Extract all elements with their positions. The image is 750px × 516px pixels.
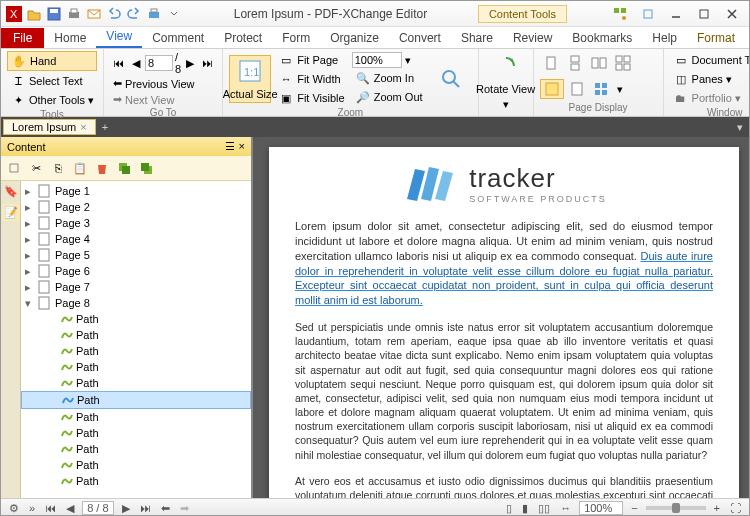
tree-toggle-icon[interactable]: ▸ <box>25 185 35 198</box>
tree-page-item[interactable]: ▸Page 1 <box>21 183 251 199</box>
delete-icon[interactable] <box>93 159 111 177</box>
panel-options-icon[interactable]: ☰ <box>225 140 235 153</box>
tree-page-item[interactable]: ▾Page 8 <box>21 295 251 311</box>
tree-path-item[interactable]: Path <box>21 425 251 441</box>
sb-next-view[interactable]: ➡ <box>178 502 191 515</box>
next-view-button[interactable]: ➡Next View <box>110 92 216 107</box>
tree-path-item[interactable]: Path <box>21 441 251 457</box>
close-icon[interactable]: × <box>80 121 86 133</box>
undo-icon[interactable] <box>105 5 123 23</box>
minimize-button[interactable] <box>663 5 689 23</box>
tree-toggle-icon[interactable]: ▾ <box>25 297 35 310</box>
page-input[interactable] <box>145 55 173 71</box>
close-button[interactable] <box>719 5 745 23</box>
page-layout-more[interactable]: ▾ <box>614 82 626 97</box>
sb-zoom-slider[interactable] <box>646 506 706 510</box>
tree-page-item[interactable]: ▸Page 6 <box>21 263 251 279</box>
quicklaunch-icon[interactable] <box>635 5 661 23</box>
sb-options-icon[interactable]: ⚙ <box>7 502 21 515</box>
sb-prev-page[interactable]: ◀ <box>64 502 76 515</box>
add-tab-button[interactable]: + <box>96 121 114 133</box>
tree-path-item[interactable]: Path <box>21 457 251 473</box>
content-tree[interactable]: ▸Page 1▸Page 2▸Page 3▸Page 4▸Page 5▸Page… <box>21 181 251 498</box>
zoom-in-button[interactable]: 🔍Zoom In <box>352 69 426 87</box>
tab-help[interactable]: Help <box>642 28 687 48</box>
show-cover-button[interactable] <box>566 80 588 98</box>
sb-last-page[interactable]: ⏭ <box>138 502 153 514</box>
tree-toggle-icon[interactable]: ▸ <box>25 281 35 294</box>
tree-path-item[interactable]: Path <box>21 375 251 391</box>
sb-zoom-value[interactable]: 100% <box>579 501 623 515</box>
previous-view-button[interactable]: ⬅Previous View <box>110 76 216 91</box>
tab-convert[interactable]: Convert <box>389 28 451 48</box>
select-text-button[interactable]: ᏆSelect Text <box>7 72 97 90</box>
fit-width-button[interactable]: ↔Fit Width <box>275 70 347 88</box>
single-page-button[interactable] <box>540 54 562 72</box>
sb-fit-icon[interactable]: ↔ <box>558 502 573 514</box>
tree-page-item[interactable]: ▸Page 7 <box>21 279 251 295</box>
maximize-button[interactable] <box>691 5 717 23</box>
tabs-menu-button[interactable]: ▾ <box>737 121 749 134</box>
save-icon[interactable] <box>45 5 63 23</box>
sb-expand-icon[interactable]: » <box>27 502 37 514</box>
open-icon[interactable] <box>25 5 43 23</box>
rotate-view-button[interactable]: Rotate View▾ <box>485 51 527 111</box>
content-panel-icon[interactable]: 📝 <box>2 204 20 221</box>
panel-close-icon[interactable]: × <box>239 140 245 153</box>
print-icon[interactable] <box>65 5 83 23</box>
ui-options-icon[interactable] <box>607 5 633 23</box>
tree-path-item[interactable]: Path <box>21 359 251 375</box>
tab-organize[interactable]: Organize <box>320 28 389 48</box>
fit-visible-button[interactable]: ▣Fit Visible <box>275 89 347 107</box>
app-icon[interactable]: X <box>5 5 23 23</box>
document-tabs-button[interactable]: ▭Document Tabs▾ <box>670 51 750 69</box>
sb-page-display[interactable]: 8 / 8 <box>82 501 113 515</box>
sb-prev-view[interactable]: ⬅ <box>159 502 172 515</box>
sb-next-page[interactable]: ▶ <box>120 502 132 515</box>
next-page-button[interactable]: ▶ <box>183 56 197 71</box>
qat-dropdown-icon[interactable] <box>165 5 183 23</box>
tree-toggle-icon[interactable]: ▸ <box>25 233 35 246</box>
tree-path-item[interactable]: Path <box>21 327 251 343</box>
tab-home[interactable]: Home <box>44 28 96 48</box>
tree-path-item[interactable]: Path <box>21 311 251 327</box>
tree-path-item[interactable]: Path <box>21 409 251 425</box>
tab-view[interactable]: View <box>96 26 142 48</box>
expand-icon[interactable] <box>5 159 23 177</box>
email-icon[interactable] <box>85 5 103 23</box>
redo-icon[interactable] <box>125 5 143 23</box>
tree-page-item[interactable]: ▸Page 3 <box>21 215 251 231</box>
portfolio-button[interactable]: 🖿Portfolio▾ <box>670 89 750 107</box>
two-page-button[interactable] <box>588 54 610 72</box>
actual-size-button[interactable]: 1:1 Actual Size <box>229 55 271 102</box>
sb-continuous-icon[interactable]: ▮ <box>520 502 530 515</box>
hand-tool-button[interactable]: ✋Hand <box>7 51 97 71</box>
zoom-input[interactable] <box>352 52 402 68</box>
sb-fullscreen-icon[interactable]: ⛶ <box>728 502 743 514</box>
tab-review[interactable]: Review <box>503 28 562 48</box>
continuous-button[interactable] <box>564 54 586 72</box>
document-scroll[interactable]: tracker SOFTWARE PRODUCTS Lorem ipsum do… <box>253 137 749 498</box>
tree-page-item[interactable]: ▸Page 2 <box>21 199 251 215</box>
tree-path-item[interactable]: Path <box>21 391 251 409</box>
other-tools-button[interactable]: ✦Other Tools▾ <box>7 91 97 109</box>
tab-comment[interactable]: Comment <box>142 28 214 48</box>
fit-page-button[interactable]: ▭Fit Page <box>275 51 347 69</box>
tab-share[interactable]: Share <box>451 28 503 48</box>
scan-icon[interactable] <box>145 5 163 23</box>
tree-page-item[interactable]: ▸Page 5 <box>21 247 251 263</box>
tree-toggle-icon[interactable]: ▸ <box>25 249 35 262</box>
tree-path-item[interactable]: Path <box>21 343 251 359</box>
tab-bookmarks[interactable]: Bookmarks <box>562 28 642 48</box>
bring-front-icon[interactable] <box>115 159 133 177</box>
tab-arrange[interactable]: Arrange <box>745 28 750 48</box>
tab-format[interactable]: Format <box>687 28 745 48</box>
zoom-marquee-button[interactable] <box>430 64 472 94</box>
cut-icon[interactable]: ✂ <box>27 159 45 177</box>
zoom-out-button[interactable]: 🔎Zoom Out <box>352 88 426 106</box>
first-page-button[interactable]: ⏮ <box>110 56 127 70</box>
tab-form[interactable]: Form <box>272 28 320 48</box>
paste-icon[interactable]: 📋 <box>71 159 89 177</box>
sb-zoom-in[interactable]: + <box>712 502 722 514</box>
tab-protect[interactable]: Protect <box>214 28 272 48</box>
